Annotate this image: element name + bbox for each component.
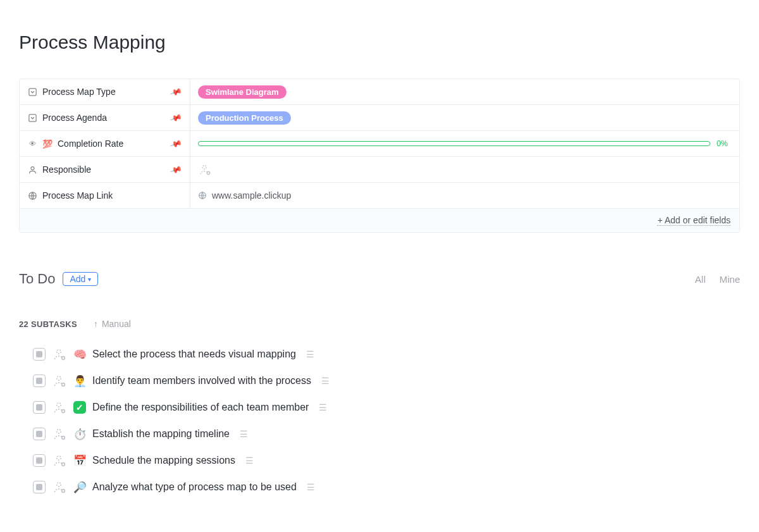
task-title[interactable]: Establish the mapping timeline (92, 428, 230, 440)
task-row[interactable]: ✓Define the responsibilities of each tea… (33, 400, 740, 415)
add-edit-fields-row: + Add or edit fields (20, 209, 739, 232)
task-title[interactable]: Analyze what type of process map to be u… (92, 481, 297, 493)
field-value-cell[interactable] (190, 159, 739, 180)
task-emoji-icon: 🔎 (73, 481, 86, 494)
task-assignee-add-icon[interactable] (52, 479, 67, 495)
hundred-emoji-icon: 💯 (42, 139, 52, 149)
task-title[interactable]: Schedule the mapping sessions (92, 455, 235, 466)
task-assignee-add-icon[interactable] (52, 453, 67, 468)
field-value-cell[interactable]: www.sample.clickup (190, 187, 739, 204)
svg-rect-0 (28, 88, 35, 95)
task-drag-handle-icon[interactable]: ☰ (321, 376, 328, 386)
task-drag-handle-icon[interactable]: ☰ (306, 349, 313, 359)
field-value-cell[interactable]: Swimlane Diagram (190, 82, 739, 102)
svg-point-2 (31, 166, 34, 170)
task-assignee-add-icon[interactable] (52, 400, 67, 415)
field-row-process-agenda: Process Agenda 📌 Production Process (20, 105, 739, 131)
dropdown-field-icon (27, 113, 37, 123)
task-drag-handle-icon[interactable]: ☰ (307, 482, 314, 492)
field-label-cell: Process Map Type 📌 (20, 79, 190, 104)
task-emoji-icon: 👨‍💼 (73, 374, 86, 388)
custom-fields-table: Process Map Type 📌 Swimlane Diagram Proc… (19, 78, 740, 233)
pin-icon[interactable]: 📌 (170, 137, 183, 150)
task-status-checkbox[interactable] (33, 428, 46, 440)
svg-point-17 (57, 483, 61, 486)
tag-production-process[interactable]: Production Process (198, 111, 291, 125)
field-row-responsible: Responsible 📌 (20, 157, 739, 183)
task-emoji-icon: 🧠 (73, 348, 86, 361)
task-assignee-add-icon[interactable] (52, 373, 67, 388)
svg-point-13 (57, 430, 61, 433)
page-title: Process Mapping (19, 32, 740, 53)
pin-icon[interactable]: 📌 (170, 111, 183, 124)
add-button[interactable]: Add ▾ (63, 272, 98, 286)
caret-down-icon: ▾ (88, 276, 91, 283)
sort-mode-label: Manual (102, 319, 131, 329)
todo-section-title: To Do (19, 271, 55, 287)
task-row[interactable]: ⏱️Establish the mapping timeline☰ (33, 426, 740, 442)
globe-icon (27, 190, 37, 201)
field-row-process-map-link: Process Map Link www.sample.clickup (20, 183, 739, 209)
task-row[interactable]: 👨‍💼Identify team members involved with t… (33, 373, 740, 388)
task-drag-handle-icon[interactable]: ☰ (245, 455, 252, 466)
svg-rect-1 (28, 114, 35, 121)
task-status-checkbox[interactable] (33, 348, 46, 361)
field-value-cell[interactable]: 0% (190, 135, 739, 152)
field-label: Process Map Type (42, 87, 166, 97)
field-label-cell: 👁 💯 Completion Rate 📌 (20, 131, 190, 156)
add-button-label: Add (70, 274, 85, 284)
task-assignee-add-icon[interactable] (52, 426, 67, 442)
task-row[interactable]: 🧠Select the process that needs visual ma… (33, 347, 740, 362)
task-title[interactable]: Define the responsibilities of each team… (92, 402, 309, 413)
tab-all[interactable]: All (695, 274, 706, 285)
task-drag-handle-icon[interactable]: ☰ (319, 402, 326, 412)
add-or-edit-fields-link[interactable]: + Add or edit fields (657, 215, 731, 226)
tag-swimlane-diagram[interactable]: Swimlane Diagram (198, 85, 287, 99)
assignee-empty-icon[interactable] (198, 163, 212, 176)
field-label-cell: Responsible 📌 (20, 157, 190, 182)
task-status-checkbox[interactable] (33, 401, 46, 414)
task-assignee-add-icon[interactable] (52, 347, 67, 362)
field-row-completion-rate: 👁 💯 Completion Rate 📌 0% (20, 131, 739, 157)
field-label: Responsible (42, 164, 166, 175)
field-row-process-map-type: Process Map Type 📌 Swimlane Diagram (20, 79, 739, 105)
link-text: www.sample.clickup (212, 190, 291, 201)
task-emoji-icon: ⏱️ (73, 428, 86, 441)
subtasks-meta: 22 SUBTASKS ↑ Manual (19, 319, 740, 329)
subtasks-count: 22 SUBTASKS (19, 319, 77, 329)
progress-bar-track (198, 141, 710, 146)
svg-point-11 (57, 403, 61, 407)
field-value-cell[interactable]: Production Process (190, 108, 739, 128)
field-label-cell: Process Map Link (20, 183, 190, 208)
todo-filter-tabs: All Mine (695, 274, 740, 285)
task-status-checkbox[interactable] (33, 481, 46, 493)
globe-small-icon (198, 191, 207, 200)
task-status-checkbox[interactable] (33, 374, 46, 387)
task-drag-handle-icon[interactable]: ☰ (240, 429, 247, 439)
progress-bar[interactable]: 0% (198, 139, 732, 148)
person-icon (27, 164, 37, 175)
pin-icon[interactable]: 📌 (170, 85, 183, 98)
svg-point-7 (57, 350, 61, 354)
task-title[interactable]: Identify team members involved with the … (92, 375, 311, 387)
pin-icon[interactable]: 📌 (170, 163, 183, 176)
task-row[interactable]: 🔎Analyze what type of process map to be … (33, 479, 740, 495)
task-emoji-icon: 📅 (73, 454, 86, 467)
field-label: Process Map Link (42, 190, 182, 201)
field-label: Completion Rate (58, 139, 166, 149)
dropdown-field-icon (27, 87, 37, 97)
sort-mode[interactable]: ↑ Manual (94, 319, 131, 329)
tab-mine[interactable]: Mine (719, 274, 740, 285)
field-label-cell: Process Agenda 📌 (20, 105, 190, 130)
task-status-checkbox[interactable] (33, 454, 46, 467)
svg-point-3 (202, 165, 206, 169)
arrow-up-icon: ↑ (94, 319, 98, 329)
svg-point-9 (57, 376, 61, 380)
task-title[interactable]: Select the process that needs visual map… (92, 349, 296, 360)
todo-header: To Do Add ▾ All Mine (19, 271, 740, 287)
task-row[interactable]: 📅Schedule the mapping sessions☰ (33, 453, 740, 468)
link-value[interactable]: www.sample.clickup (198, 190, 291, 201)
field-label: Process Agenda (42, 113, 166, 123)
progress-percent-label: 0% (717, 139, 732, 148)
task-list: 🧠Select the process that needs visual ma… (19, 347, 740, 495)
